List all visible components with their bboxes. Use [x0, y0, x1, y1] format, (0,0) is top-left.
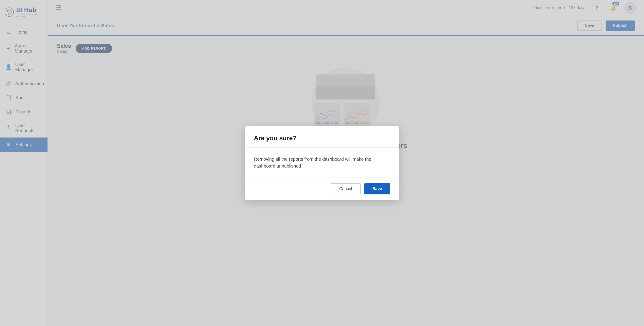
dialog-save-button[interactable]: Save	[364, 183, 390, 194]
dialog-cancel-button[interactable]: Cancel	[331, 183, 361, 194]
dialog-body: Removing all the reports from the dashbo…	[245, 147, 399, 178]
dialog-message: Removing all the reports from the dashbo…	[254, 156, 390, 169]
modal-overlay: Are you sure? Removing all the reports f…	[0, 0, 644, 326]
dialog-title: Are you sure?	[254, 134, 390, 142]
dialog-footer: Cancel Save	[245, 178, 399, 200]
dialog-header: Are you sure?	[245, 126, 399, 147]
confirmation-dialog: Are you sure? Removing all the reports f…	[245, 126, 399, 200]
